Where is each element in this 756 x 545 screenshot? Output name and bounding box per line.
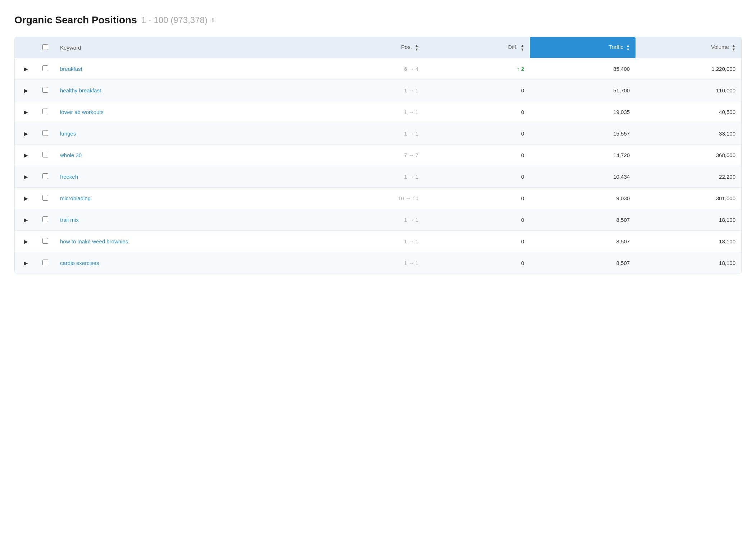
diff-value: 0 [521, 130, 524, 137]
position-cell: 10 → 10 [319, 188, 424, 209]
chevron-right-icon: ▶ [24, 196, 28, 201]
keyword-cell[interactable]: how to make weed brownies [54, 231, 319, 252]
volume-cell: 40,500 [636, 101, 741, 123]
page-title: Organic Search Positions [14, 14, 137, 26]
col-header-expand [15, 37, 36, 58]
row-checkbox-cell [36, 252, 54, 274]
select-all-checkbox[interactable] [42, 44, 48, 50]
keyword-cell[interactable]: lower ab workouts [54, 101, 319, 123]
position-cell: 6 → 4 [319, 58, 424, 80]
header-row: Keyword Pos. ▲▼ Diff. ▲▼ Traffic ▲▼ Volu… [15, 37, 741, 58]
organic-search-table: Keyword Pos. ▲▼ Diff. ▲▼ Traffic ▲▼ Volu… [15, 37, 741, 274]
chevron-right-icon: ▶ [24, 66, 28, 72]
row-checkbox[interactable] [42, 65, 48, 71]
table-row: ▶freekeh1 → 1010,43422,200 [15, 166, 741, 188]
expand-button[interactable]: ▶ [15, 145, 36, 166]
expand-button[interactable]: ▶ [15, 231, 36, 252]
pos-sort-arrows: ▲▼ [415, 43, 419, 51]
traffic-cell: 51,700 [530, 80, 636, 101]
diff-value: 0 [521, 195, 524, 201]
row-checkbox[interactable] [42, 238, 48, 244]
pos-arrow-icon: → [409, 87, 414, 93]
keyword-cell[interactable]: whole 30 [54, 145, 319, 166]
expand-button[interactable]: ▶ [15, 123, 36, 145]
col-header-volume[interactable]: Volume ▲▼ [636, 37, 741, 58]
diff-value: 0 [521, 87, 524, 93]
chevron-right-icon: ▶ [24, 174, 28, 180]
position-cell: 1 → 1 [319, 101, 424, 123]
pos-from: 1 [404, 260, 407, 266]
row-checkbox[interactable] [42, 216, 48, 222]
position-cell: 1 → 1 [319, 123, 424, 145]
volume-cell: 110,000 [636, 80, 741, 101]
diff-sort-arrows: ▲▼ [520, 43, 524, 51]
page-header: Organic Search Positions 1 - 100 (973,37… [14, 14, 742, 26]
diff-value: 0 [521, 260, 524, 266]
row-checkbox[interactable] [42, 152, 48, 157]
info-icon[interactable]: ℹ [212, 17, 214, 24]
keyword-cell[interactable]: healthy breakfast [54, 80, 319, 101]
volume-cell: 18,100 [636, 252, 741, 274]
volume-cell: 301,000 [636, 188, 741, 209]
keyword-cell[interactable]: microblading [54, 188, 319, 209]
col-header-pos[interactable]: Pos. ▲▼ [319, 37, 424, 58]
keyword-cell[interactable]: breakfast [54, 58, 319, 80]
row-checkbox-cell [36, 58, 54, 80]
row-checkbox[interactable] [42, 109, 48, 114]
traffic-cell: 8,507 [530, 209, 636, 231]
expand-button[interactable]: ▶ [15, 101, 36, 123]
diff-value: 0 [521, 217, 524, 223]
row-checkbox[interactable] [42, 260, 48, 265]
pos-to: 1 [415, 260, 418, 266]
row-checkbox-cell [36, 209, 54, 231]
table-body: ▶breakfast6 → 4↑ 285,4001,220,000▶health… [15, 58, 741, 274]
row-checkbox-cell [36, 123, 54, 145]
pos-to: 1 [415, 174, 418, 180]
pos-to: 1 [415, 217, 418, 223]
row-checkbox[interactable] [42, 195, 48, 201]
row-checkbox[interactable] [42, 173, 48, 179]
diff-cell: ↑ 2 [424, 58, 530, 80]
chevron-right-icon: ▶ [24, 239, 28, 244]
diff-value: 0 [521, 238, 524, 244]
pos-from: 6 [404, 66, 407, 72]
col-header-check[interactable] [36, 37, 54, 58]
col-header-traffic[interactable]: Traffic ▲▼ [530, 37, 636, 58]
expand-button[interactable]: ▶ [15, 209, 36, 231]
pos-arrow-icon: → [409, 109, 414, 115]
keyword-cell[interactable]: cardio exercises [54, 252, 319, 274]
chevron-right-icon: ▶ [24, 152, 28, 158]
chevron-right-icon: ▶ [24, 131, 28, 137]
diff-value: ↑ 2 [517, 66, 524, 72]
diff-cell: 0 [424, 80, 530, 101]
col-header-diff[interactable]: Diff. ▲▼ [424, 37, 530, 58]
traffic-cell: 10,434 [530, 166, 636, 188]
pos-arrow-icon: → [406, 195, 411, 201]
traffic-cell: 15,557 [530, 123, 636, 145]
table-row: ▶microblading10 → 1009,030301,000 [15, 188, 741, 209]
pos-to: 1 [415, 238, 418, 244]
table-row: ▶lunges1 → 1015,55733,100 [15, 123, 741, 145]
keyword-cell[interactable]: freekeh [54, 166, 319, 188]
diff-value: 0 [521, 174, 524, 180]
keyword-cell[interactable]: lunges [54, 123, 319, 145]
row-checkbox[interactable] [42, 87, 48, 93]
table-row: ▶lower ab workouts1 → 1019,03540,500 [15, 101, 741, 123]
volume-cell: 368,000 [636, 145, 741, 166]
expand-button[interactable]: ▶ [15, 80, 36, 101]
chevron-right-icon: ▶ [24, 109, 28, 115]
expand-button[interactable]: ▶ [15, 58, 36, 80]
keyword-cell[interactable]: trail mix [54, 209, 319, 231]
pos-arrow-icon: → [409, 174, 414, 180]
table-row: ▶breakfast6 → 4↑ 285,4001,220,000 [15, 58, 741, 80]
row-checkbox[interactable] [42, 130, 48, 136]
position-cell: 1 → 1 [319, 80, 424, 101]
pos-arrow-icon: → [409, 152, 414, 158]
expand-button[interactable]: ▶ [15, 166, 36, 188]
pos-to: 10 [413, 195, 419, 201]
diff-value: 0 [521, 152, 524, 158]
traffic-cell: 14,720 [530, 145, 636, 166]
expand-button[interactable]: ▶ [15, 252, 36, 274]
expand-button[interactable]: ▶ [15, 188, 36, 209]
traffic-cell: 9,030 [530, 188, 636, 209]
